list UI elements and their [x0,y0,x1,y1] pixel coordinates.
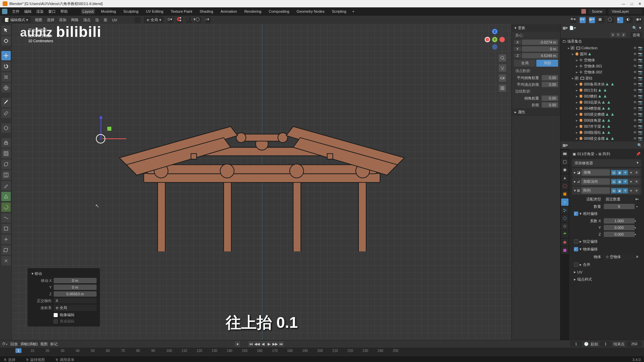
outliner-filter-icon[interactable]: ▼ [638,26,642,30]
mean-crease-field[interactable]: 0.00 [542,82,558,87]
mirror-checkbox[interactable]: ✓ [54,313,58,317]
tool-inset[interactable] [1,149,11,158]
prop-tab-world[interactable] [561,182,569,190]
pan-icon[interactable] [499,64,506,72]
tool-add-cube[interactable] [1,123,11,133]
scene-selector[interactable]: Scene [589,9,606,14]
outliner-row[interactable]: ▸004檐垫板👁📷 [560,105,644,111]
shading-wireframe[interactable]: ◯ [608,17,614,23]
tool-rotate[interactable] [1,62,11,71]
workspace-tab-animation[interactable]: Animation [219,9,238,14]
loc-y-field[interactable]: 0 m [522,46,558,52]
proportional-options[interactable]: ∩▾ [205,17,211,23]
bread-mod[interactable]: 阵列 [603,152,610,157]
viewport-3d[interactable]: aubiz bilibili 正交前视图 (1) 011仔角梁 10 Centi… [12,24,512,340]
workspace-tab-compositing[interactable]: Compositing [267,9,290,14]
blender-icon[interactable] [2,9,7,14]
tool-rip[interactable] [1,256,11,265]
timeline-type-icon[interactable]: ⏱▾ [2,342,8,346]
prop-tab-object[interactable] [561,190,569,198]
timeline-keying[interactable]: 插帧(插帧) [20,342,38,347]
loc-x-field[interactable]: -3.0274 m [522,40,558,45]
add-modifier-dropdown[interactable]: 添加修改器▾ [572,159,641,167]
tool-loop-cut[interactable] [1,170,11,180]
menu-window[interactable]: 窗口 [48,9,56,14]
prop-tab-data[interactable] [561,231,569,238]
xray-toggle[interactable]: ▦ [598,17,604,23]
next-keyframe[interactable]: ▶▶ [272,341,278,347]
header-menu-vertex[interactable]: 顶点 [83,17,91,23]
tool-bevel[interactable] [1,160,11,169]
outliner-row[interactable]: ▸006抹角梁👁📷 [560,117,644,123]
header-menu-uv[interactable]: UV [111,18,118,22]
axis-gizmo[interactable]: Z Y [485,29,505,49]
close-button[interactable]: ✕ [638,2,641,6]
fit-type-select[interactable]: 固定数量 [604,196,635,202]
mode-dropdown[interactable]: 📝 编辑模式 ▾ [2,17,31,23]
prop-tab-particles[interactable] [561,206,569,214]
mirror-y-toggle[interactable]: Y [616,33,621,37]
global-btn[interactable]: 全局 [514,60,536,67]
modifier-weighted-normal[interactable]: ▸ ⊿加权法向 ▤▣👁▾✕ [572,177,641,186]
outliner-row[interactable]: ▸001立柱👁📷 [560,87,644,93]
axis-x-neg[interactable] [499,37,505,42]
header-menu-mesh[interactable]: 网格 [70,17,79,23]
prop-tab-constraints[interactable] [561,223,569,230]
outliner-row[interactable]: ▸圆环👁📷 [560,51,644,57]
header-menu-view[interactable]: 视图 [34,17,43,23]
tool-poly-build[interactable] [1,192,11,201]
header-menu-select[interactable]: 选择 [46,17,55,23]
play-reverse[interactable]: ◀ [260,341,266,347]
cap-section[interactable]: ▸ 端点样式 [571,276,643,283]
shading-solid[interactable]: ● [617,17,623,23]
outliner-row[interactable]: ▸空物体.001👁📷 [560,63,644,69]
prop-tab-physics[interactable] [561,215,569,222]
outliner-options[interactable]: 选项 [631,32,642,38]
prev-keyframe[interactable]: ◀◀ [254,341,260,347]
bevel-weight-field[interactable]: 0.00 [542,75,558,80]
factor-z-field[interactable]: 0.000 [604,232,635,237]
outliner-row[interactable]: ▸空物体.002👁📷 [560,69,644,75]
workspace-add-button[interactable]: + [352,9,354,13]
edge-bevel-field[interactable]: 0.00 [542,96,558,101]
workspace-tab-layout[interactable]: Layout [81,9,95,14]
pivot-dropdown[interactable]: ⊙▾ [167,17,173,23]
properties-type-icon[interactable]: ▦▾ [562,143,568,147]
local-btn[interactable]: 局部 [536,60,558,67]
snap-options[interactable]: ⋮⋮▾ [186,17,192,23]
modifier-array[interactable]: ▾ ⊞阵列 ▤▣👁▾✕ [572,186,641,195]
outliner-display-icon[interactable]: 📄▾ [569,26,576,30]
crease-field[interactable]: 0.00 [542,102,558,108]
shading-rendered[interactable]: ◉▾ [636,17,642,23]
count-field[interactable]: 6 [604,204,635,209]
viewlayer-selector[interactable]: ViewLayer [608,9,642,14]
tool-smooth[interactable] [1,213,11,223]
prop-tab-render[interactable] [561,150,569,158]
relative-offset-section[interactable]: ✓▾ 相对偏移 [571,210,643,218]
prop-tab-viewlayer[interactable] [561,166,569,174]
loc-z-field[interactable]: 4.5249 m [522,53,558,58]
mirror-x-toggle[interactable]: X [610,33,615,37]
tool-edge-slide[interactable] [1,224,11,233]
prop-tab-material[interactable] [561,239,569,246]
outliner-row[interactable]: ▸009搭交金檩👁📷 [560,135,644,141]
move-x-field[interactable]: 0 m [54,278,97,283]
menu-help[interactable]: 帮助 [60,9,68,14]
outliner-row[interactable]: ▸空物体👁📷 [560,57,644,63]
header-menu-add[interactable]: 添加 [58,17,67,23]
shading-material[interactable]: ◐ [627,17,633,23]
gizmo-xy-plane[interactable] [107,127,111,131]
outliner-row[interactable]: ▸✓梁柱👁📷 [560,75,644,81]
tool-annotate[interactable] [1,98,11,107]
tool-select-box[interactable] [1,25,11,35]
prop-tab-modifier[interactable] [561,198,569,206]
minimize-button[interactable]: — [622,2,625,6]
gizmo-x-arrow[interactable] [103,138,126,139]
prop-tab-scene[interactable] [561,174,569,182]
menu-file[interactable]: 文件 [12,9,19,14]
tool-shrink[interactable] [1,235,11,244]
jump-start[interactable]: ⏮ [248,341,254,347]
offset-obj-select[interactable]: ⊹ 空物体 [604,254,635,260]
end-frame-field[interactable]: 250 [627,341,642,347]
timeline-ruler[interactable]: 1 01020304050607080901001101201301401501… [0,348,644,356]
